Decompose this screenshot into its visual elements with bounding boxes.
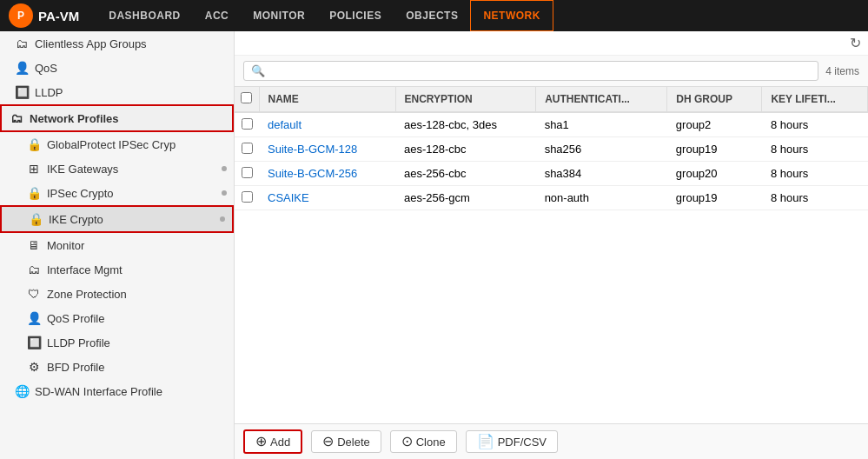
ike-gateways-icon: ⊞ xyxy=(26,161,42,176)
sidebar-item-ike-crypto[interactable]: 🔒 IKE Crypto xyxy=(0,205,234,233)
sidebar: 🗂 Clientless App Groups 👤 QoS 🔲 LLDP 🗂 N… xyxy=(0,31,235,459)
pdf-csv-button[interactable]: 📄 PDF/CSV xyxy=(466,430,558,453)
add-button[interactable]: ⊕ Add xyxy=(243,429,302,454)
row-key-lifetime: 8 hours xyxy=(762,137,868,162)
row-authentication: sha1 xyxy=(536,112,667,137)
lldp-icon: 🔲 xyxy=(14,84,30,100)
sidebar-item-sdwan-interface[interactable]: 🌐 SD-WAN Interface Profile xyxy=(0,379,234,403)
search-input[interactable] xyxy=(270,64,811,77)
row-key-lifetime: 8 hours xyxy=(762,162,868,186)
row-name[interactable]: Suite-B-GCM-256 xyxy=(259,162,395,186)
table-header-row: NAME ENCRYPTION AUTHENTICATI... DH GROUP… xyxy=(235,87,868,112)
monitor-icon: 🖥 xyxy=(26,237,42,253)
sidebar-item-bfd-profile[interactable]: ⚙ BFD Profile xyxy=(0,355,234,379)
col-authentication: AUTHENTICATI... xyxy=(536,87,667,112)
content-area: ↻ 🔍 4 items NAME ENCRYPTION xyxy=(235,31,868,459)
add-icon: ⊕ xyxy=(255,435,267,449)
nav-objects[interactable]: OBJECTS xyxy=(394,0,470,31)
bottom-bar: ⊕ Add ⊖ Delete ⊙ Clone 📄 PDF/CSV xyxy=(235,423,868,459)
table-row: Suite-B-GCM-256 aes-256-cbc sha384 group… xyxy=(235,162,868,186)
row-name[interactable]: CSAIKE xyxy=(259,186,395,210)
row-name[interactable]: Suite-B-GCM-128 xyxy=(259,137,395,162)
sdwan-icon: 🌐 xyxy=(14,383,30,399)
sidebar-item-interface-mgmt[interactable]: 🗂 Interface Mgmt xyxy=(0,257,234,282)
sidebar-item-network-profiles[interactable]: 🗂 Network Profiles xyxy=(0,104,234,132)
select-all-checkbox[interactable] xyxy=(241,92,252,103)
item-count: 4 items xyxy=(825,65,859,77)
row-dh-group: group19 xyxy=(667,137,762,162)
sidebar-item-lldp[interactable]: 🔲 LLDP xyxy=(0,80,234,104)
logo-text: PA-VM xyxy=(38,9,79,23)
refresh-area: ↻ xyxy=(235,31,868,56)
qos-profile-icon: 👤 xyxy=(26,310,42,326)
sidebar-item-globalprotect-ipsec[interactable]: 🔒 GlobalProtect IPSec Cryp xyxy=(0,132,234,156)
zone-protection-icon: 🛡 xyxy=(26,286,42,302)
sidebar-item-lldp-profile[interactable]: 🔲 LLDP Profile xyxy=(0,330,234,355)
row-checkbox[interactable] xyxy=(242,191,253,203)
row-authentication: sha256 xyxy=(536,137,667,162)
pdf-csv-icon: 📄 xyxy=(477,435,494,449)
delete-button[interactable]: ⊖ Delete xyxy=(311,430,381,453)
row-checkbox-cell xyxy=(235,162,259,186)
row-encryption: aes-128-cbc, 3des xyxy=(395,112,536,137)
sidebar-item-ike-gateways[interactable]: ⊞ IKE Gateways xyxy=(0,156,234,181)
sidebar-item-monitor[interactable]: 🖥 Monitor xyxy=(0,233,234,257)
row-checkbox[interactable] xyxy=(242,167,253,178)
ike-crypto-icon: 🔒 xyxy=(28,211,43,227)
clone-icon: ⊙ xyxy=(401,435,413,449)
row-checkbox-cell xyxy=(235,137,259,162)
interface-mgmt-icon: 🗂 xyxy=(26,262,42,277)
row-dh-group: group2 xyxy=(667,112,762,137)
row-encryption: aes-256-cbc xyxy=(395,162,536,186)
nav-policies[interactable]: POLICIES xyxy=(317,0,394,31)
col-key-lifetime: KEY LIFETI... xyxy=(762,87,868,112)
table-row: CSAIKE aes-256-gcm non-auth group19 8 ho… xyxy=(235,186,868,210)
ike-crypto-dot xyxy=(220,216,225,222)
ipsec-crypto-dot xyxy=(222,190,227,196)
row-checkbox[interactable] xyxy=(242,143,253,154)
row-checkbox[interactable] xyxy=(242,118,253,130)
row-name[interactable]: default xyxy=(259,112,395,137)
top-nav: P PA-VM DASHBOARD ACC MONITOR POLICIES O… xyxy=(0,0,868,31)
ike-gateways-dot xyxy=(222,166,227,171)
delete-icon: ⊖ xyxy=(322,435,334,449)
row-encryption: aes-256-gcm xyxy=(395,186,536,210)
table-row: default aes-128-cbc, 3des sha1 group2 8 … xyxy=(235,112,868,137)
bfd-profile-icon: ⚙ xyxy=(26,359,42,375)
row-checkbox-cell xyxy=(235,112,259,137)
sidebar-item-ipsec-crypto[interactable]: 🔒 IPSec Crypto xyxy=(0,181,234,205)
col-name: NAME xyxy=(259,87,395,112)
sidebar-item-qos-profile[interactable]: 👤 QoS Profile xyxy=(0,306,234,330)
main-layout: 🗂 Clientless App Groups 👤 QoS 🔲 LLDP 🗂 N… xyxy=(0,31,868,459)
nav-network[interactable]: NETWORK xyxy=(470,0,553,31)
data-table: NAME ENCRYPTION AUTHENTICATI... DH GROUP… xyxy=(235,87,868,210)
sidebar-item-zone-protection[interactable]: 🛡 Zone Protection xyxy=(0,282,234,306)
clone-button[interactable]: ⊙ Clone xyxy=(390,430,457,453)
network-profiles-icon: 🗂 xyxy=(9,110,24,126)
logo-icon: P xyxy=(9,3,33,28)
nav-dashboard[interactable]: DASHBOARD xyxy=(96,0,193,31)
logo: P PA-VM xyxy=(9,3,79,28)
row-dh-group: group19 xyxy=(667,186,762,210)
search-icon: 🔍 xyxy=(251,64,265,77)
nav-acc[interactable]: ACC xyxy=(193,0,242,31)
search-box: 🔍 xyxy=(243,61,818,81)
refresh-icon[interactable]: ↻ xyxy=(850,35,861,51)
row-key-lifetime: 8 hours xyxy=(762,112,868,137)
lldp-profile-icon: 🔲 xyxy=(26,335,42,350)
globalprotect-icon: 🔒 xyxy=(26,136,42,152)
nav-monitor[interactable]: MONITOR xyxy=(241,0,317,31)
ipsec-crypto-icon: 🔒 xyxy=(26,185,42,201)
sidebar-item-qos[interactable]: 👤 QoS xyxy=(0,56,234,80)
row-encryption: aes-128-cbc xyxy=(395,137,536,162)
sidebar-item-clientless-app-groups[interactable]: 🗂 Clientless App Groups xyxy=(0,31,234,56)
row-key-lifetime: 8 hours xyxy=(762,186,868,210)
search-toolbar: 🔍 4 items xyxy=(235,56,868,87)
clientless-icon: 🗂 xyxy=(14,36,30,51)
qos-icon: 👤 xyxy=(14,60,30,76)
row-checkbox-cell xyxy=(235,186,259,210)
table-container: NAME ENCRYPTION AUTHENTICATI... DH GROUP… xyxy=(235,87,868,423)
col-encryption: ENCRYPTION xyxy=(395,87,536,112)
header-checkbox-cell xyxy=(235,87,259,112)
row-authentication: non-auth xyxy=(536,186,667,210)
